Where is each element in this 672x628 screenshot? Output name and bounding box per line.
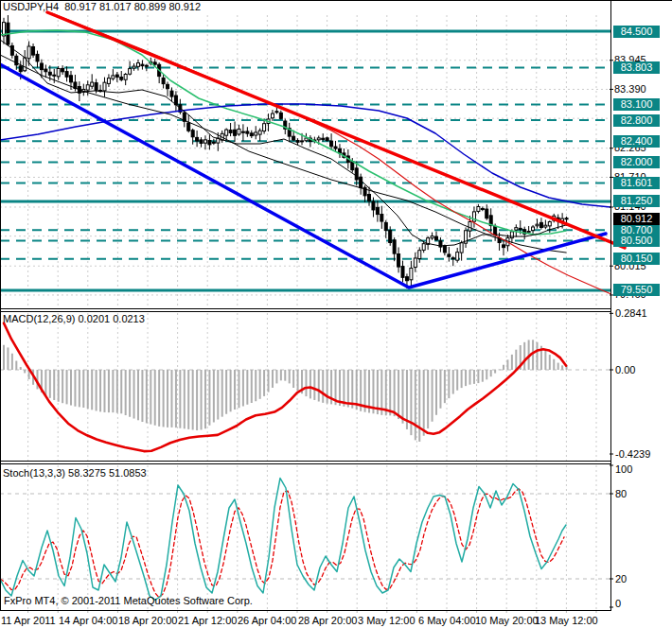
open-value: 80.917 <box>64 1 97 12</box>
chart-title: USDJPY,H4 80.917 81.017 80.899 80.912 <box>3 1 201 12</box>
macd-panel[interactable] <box>0 311 611 461</box>
time-axis-label: 3 May 12:00 <box>358 615 416 627</box>
stoch-panel[interactable] <box>0 463 611 610</box>
mt4-chart-window: USDJPY,H4 80.917 81.017 80.899 80.912 MA… <box>0 0 672 628</box>
price-level-badge: 82.800 <box>613 114 660 127</box>
stoch-scale-label: 80 <box>615 488 627 499</box>
time-axis-label: 10 May 20:00 <box>475 615 539 627</box>
current-price-badge: 80.912 <box>613 213 660 225</box>
macd-signal-value: 0.0213 <box>113 313 145 324</box>
time-axis-label: 13 May 12:00 <box>535 615 598 627</box>
macd-main-value: 0.0201 <box>78 313 110 324</box>
time-axis-label: 18 Apr 20:00 <box>118 615 177 627</box>
price-level-badge: 81.250 <box>613 195 660 207</box>
price-level-badge: 80.150 <box>613 253 660 265</box>
price-level-badge: 84.500 <box>613 26 660 38</box>
price-level-badge: 82.000 <box>613 156 660 168</box>
stoch-scale-label: 100 <box>615 463 632 475</box>
price-level-badge: 81.601 <box>613 177 660 189</box>
stoch-scale-label: 0 <box>615 598 621 609</box>
time-axis-label: 6 May 04:00 <box>418 615 476 627</box>
branding-text: FxPro MT4, © 2001-2011 MetaQuotes Softwa… <box>4 595 253 606</box>
price-level-badge: 83.100 <box>613 98 660 111</box>
macd-title: MACD(12,26,9) 0.0201 0.0213 <box>3 313 145 324</box>
time-axis-label: 11 Apr 2011 <box>1 615 56 627</box>
stoch-title: Stoch(13,3,3) 58.3275 51.0853 <box>3 467 147 479</box>
close-value: 80.912 <box>168 1 201 12</box>
stoch-scale-label: 20 <box>615 573 627 584</box>
stoch-d-value: 51.0853 <box>109 467 147 479</box>
low-value: 80.899 <box>134 1 167 12</box>
price-level-badge: 82.400 <box>613 135 660 148</box>
time-axis-label: 14 Apr 04:00 <box>59 615 117 627</box>
symbol-period-label: USDJPY,H4 <box>3 1 59 12</box>
macd-scale-label: 0.00 <box>615 364 635 375</box>
macd-label: MACD(12,26,9) <box>3 313 75 324</box>
stoch-k-value: 58.3275 <box>68 467 106 479</box>
time-axis-label: 26 Apr 04:00 <box>238 615 296 627</box>
time-axis-label: 21 Apr 12:00 <box>178 615 237 627</box>
macd-scale-label: 0.2841 <box>615 307 647 319</box>
main-chart-panel[interactable] <box>0 0 611 308</box>
time-axis-label: 28 Apr 20:00 <box>298 615 357 627</box>
price-level-badge: 80.500 <box>613 235 660 247</box>
price-level-badge: 79.550 <box>613 284 660 296</box>
macd-scale-label: -0.4239 <box>615 448 650 460</box>
price-level-badge: 83.803 <box>613 61 660 74</box>
high-value: 81.017 <box>99 1 132 12</box>
price-grid-label: 83.390 <box>614 83 646 96</box>
stoch-label: Stoch(13,3,3) <box>3 467 65 479</box>
